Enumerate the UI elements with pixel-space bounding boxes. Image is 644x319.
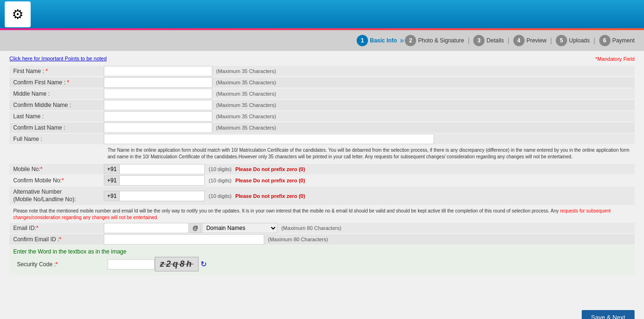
confirm-mobile-input[interactable] [120,175,205,186]
confirm-last-name-input[interactable] [104,123,212,133]
mobile-no-digits-hint: (10 digits) [209,166,231,172]
mobile-no-row: Mobile No:* +91 (10 digits) Please Do no… [9,164,635,174]
middle-name-row: Middle Name : (Maximum 35 Characters) [9,89,635,99]
step-4[interactable]: 4 Preview [513,35,547,46]
step-6[interactable]: 6 Payment [599,35,635,46]
confirm-last-name-label: Confirm Last Name : [9,123,104,133]
full-name-row: Full Name : [9,134,635,144]
middle-name-label: Middle Name : [9,89,104,99]
captcha-note: Enter the Word in the textbox as in the … [13,248,631,255]
confirm-first-name-label: Confirm First Name : * [9,77,104,88]
first-name-hint: (Maximum 35 Characters) [216,68,276,74]
mobile-no-label: Mobile No:* [9,164,104,174]
confirm-mobile-warning: Please Do not prefix zero (0) [235,178,305,183]
confirm-middle-name-input[interactable] [104,100,212,110]
email-domain-select[interactable]: Domain Names gmail.com yahoo.com hotmail… [202,223,277,233]
step-5[interactable]: 5 Uploads [556,35,590,46]
first-name-row: First Name : * (Maximum 35 Characters) [9,66,635,76]
security-code-input[interactable] [108,259,155,270]
step-circle-3: 3 [473,35,485,46]
last-name-input[interactable] [104,111,212,122]
alt-number-row: Alternative Number(Mobile No/Landline No… [9,187,635,205]
step-label-2: Photo & Signature [418,37,464,44]
step-label-5: Uploads [569,37,590,44]
confirm-email-row: Confirm Email ID :* (Maximum 80 Characte… [9,234,635,245]
logo-icon: ⚙ [12,7,24,22]
mobile-prefix-1: +91 [104,164,120,174]
confirm-last-name-row: Confirm Last Name : (Maximum 35 Characte… [9,123,635,133]
mobile-prefix-2: +91 [104,175,120,186]
confirm-middle-name-hint: (Maximum 35 Characters) [216,102,276,108]
captcha-section: Enter the Word in the textbox as in the … [9,245,635,275]
step-label-6: Payment [612,37,635,44]
step-sep-4: | [594,37,595,44]
confirm-middle-name-row: Confirm Middle Name : (Maximum 35 Charac… [9,100,635,110]
last-name-label: Last Name : [9,111,104,122]
step-circle-4: 4 [513,35,525,46]
logo: ⚙ [5,1,31,27]
email-label: Email ID:* [9,223,104,233]
confirm-email-hint: (Maximum 80 Characters) [268,237,328,242]
confirm-last-name-hint: (Maximum 35 Characters) [216,125,276,131]
middle-name-input[interactable] [104,89,212,99]
full-name-info: The Name in the online application form … [9,145,635,162]
security-code-label: Security Code :* [13,259,108,270]
first-name-required: * [46,68,48,74]
confirm-middle-name-label: Confirm Middle Name : [9,100,104,110]
email-hint: (Maximum 80 Characters) [281,225,341,231]
step-arrow-1: » [400,36,404,45]
step-circle-6: 6 [599,35,611,46]
email-row: Email ID:* @ Domain Names gmail.com yaho… [9,223,635,233]
stepper: 1 Basic Info » 2 Photo & Signature | 3 D… [0,30,644,51]
captcha-refresh-icon[interactable]: ↻ [201,260,207,269]
important-link[interactable]: Click here for Important Points to be no… [9,56,107,61]
confirm-email-label: Confirm Email ID :* [9,234,104,245]
email-input[interactable] [104,223,189,233]
step-circle-5: 5 [556,35,567,46]
step-circle-2: 2 [405,35,416,46]
confirm-first-name-row: Confirm First Name : * (Maximum 35 Chara… [9,77,635,88]
confirm-first-name-hint: (Maximum 35 Characters) [216,80,276,85]
confirm-mobile-label: Confirm Mobile No:* [9,175,104,186]
mobile-no-input[interactable] [120,164,205,174]
mobile-prefix-3: +91 [104,191,120,201]
step-label-3: Details [486,37,504,44]
captcha-image: z2q8h [155,257,199,271]
alt-number-digits-hint: (10 digits) [209,193,231,199]
mandatory-note: *Mandatory Field [595,56,635,62]
confirm-mobile-digits-hint: (10 digits) [209,178,231,183]
bottom-bar: Save & Next [0,305,644,319]
mobile-no-warning: Please Do not prefix zero (0) [235,166,305,172]
confirm-email-input[interactable] [104,234,264,245]
full-name-input[interactable] [104,134,434,144]
last-name-row: Last Name : (Maximum 35 Characters) [9,111,635,122]
step-1[interactable]: 1 Basic Info » [357,35,405,46]
step-label-4: Preview [527,37,547,44]
save-next-button[interactable]: Save & Next [582,310,635,319]
full-name-label: Full Name : [9,134,104,144]
confirm-mobile-row: Confirm Mobile No:* +91 (10 digits) Plea… [9,175,635,186]
middle-name-hint: (Maximum 35 Characters) [216,91,276,97]
step-label-1: Basic Info [370,37,397,44]
main-content: Click here for Important Points to be no… [0,51,644,305]
first-name-input[interactable] [104,66,212,76]
header: ⚙ [0,0,644,28]
alt-number-input[interactable] [120,191,205,201]
step-sep-1: | [468,37,470,44]
last-name-hint: (Maximum 35 Characters) [216,114,276,119]
step-2[interactable]: 2 Photo & Signature [405,35,464,46]
step-3[interactable]: 3 Details [473,35,504,46]
alt-number-label: Alternative Number(Mobile No/Landline No… [9,187,104,205]
first-name-label: First Name : * [9,66,104,76]
alt-number-warning: Please Do not prefix zero (0) [235,193,305,199]
mobile-notice: Please note that the mentioned mobile nu… [9,206,635,223]
email-at-sign: @ [190,223,201,233]
step-sep-2: | [508,37,510,44]
security-code-row: Security Code :* z2q8h ↻ [13,257,631,271]
step-circle-1: 1 [357,35,368,46]
confirm-first-name-input[interactable] [104,77,212,88]
step-sep-3: | [550,37,552,44]
